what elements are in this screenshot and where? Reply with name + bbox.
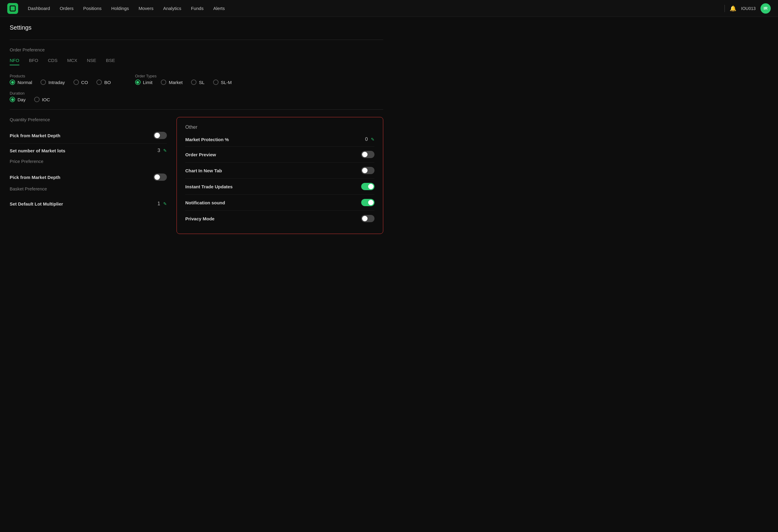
radio-ioc-label: IOC [42, 97, 50, 102]
quantity-preference-heading: Quantity Preference [10, 117, 167, 122]
notification-sound-toggle[interactable] [361, 199, 375, 206]
radio-market-label: Market [169, 80, 182, 85]
tab-bse[interactable]: BSE [106, 58, 115, 65]
avatar[interactable]: IR [761, 3, 771, 14]
nav-analytics[interactable]: Analytics [163, 6, 181, 11]
notification-bell-icon[interactable]: 🔔 [730, 5, 736, 12]
set-market-lots-value: 3 [157, 148, 160, 153]
radio-slm-label: SL-M [221, 80, 232, 85]
preferences-two-col: Quantity Preference Pick from Market Dep… [10, 117, 383, 234]
pick-from-market-depth-price-right [154, 173, 167, 181]
chart-in-new-tab-right [361, 167, 375, 174]
nav-alerts[interactable]: Alerts [213, 6, 225, 11]
order-preview-toggle[interactable] [361, 151, 375, 158]
order-preference-section: Order Preference NFO BFO CDS MCX NSE BSE… [10, 47, 383, 102]
tab-nse[interactable]: NSE [87, 58, 96, 65]
privacy-mode-toggle[interactable] [361, 215, 375, 222]
radio-day-circle [10, 97, 15, 102]
notification-sound-item: Notification sound [185, 195, 375, 211]
order-types-label: Order Types [135, 74, 232, 78]
duration-section: Duration Day IOC [10, 91, 383, 102]
logo-icon [10, 5, 16, 11]
left-preferences: Quantity Preference Pick from Market Dep… [10, 117, 167, 211]
products-label: Products [10, 74, 111, 78]
nav-menu: Dashboard Orders Positions Holdings Move… [28, 6, 724, 11]
radio-limit-circle [135, 79, 141, 85]
order-types-radio-group: Limit Market SL SL-M [135, 79, 232, 85]
pick-from-market-depth-qty-item: Pick from Market Depth [10, 128, 167, 144]
quantity-preference-section: Quantity Preference Pick from Market Dep… [10, 117, 167, 157]
pick-from-market-depth-qty-right [154, 132, 167, 139]
radio-day[interactable]: Day [10, 97, 26, 102]
duration-label: Duration [10, 91, 383, 95]
instant-trade-updates-toggle[interactable] [361, 183, 375, 190]
radio-bo-circle [96, 79, 102, 85]
other-heading: Other [185, 125, 375, 130]
radio-co-label: CO [81, 80, 88, 85]
nav-holdings[interactable]: Holdings [111, 6, 129, 11]
radio-limit-label: Limit [143, 80, 153, 85]
set-default-lot-multiplier-item: Set Default Lot Multiplier 1 ✎ [10, 197, 167, 211]
market-protection-label: Market Protection % [185, 137, 229, 142]
radio-slm[interactable]: SL-M [213, 79, 232, 85]
price-preference-heading: Price Preference [10, 159, 167, 164]
market-protection-edit-icon[interactable]: ✎ [371, 137, 375, 142]
tab-bfo[interactable]: BFO [29, 58, 38, 65]
exchange-tabs: NFO BFO CDS MCX NSE BSE [10, 58, 383, 65]
privacy-mode-item: Privacy Mode [185, 211, 375, 226]
pick-from-market-depth-qty-label: Pick from Market Depth [10, 133, 61, 138]
radio-sl-circle [191, 79, 197, 85]
set-market-lots-edit-icon[interactable]: ✎ [163, 148, 167, 153]
set-default-lot-multiplier-edit-icon[interactable]: ✎ [163, 201, 167, 206]
page-title: Settings [10, 24, 383, 31]
tab-mcx[interactable]: MCX [67, 58, 77, 65]
radio-bo[interactable]: BO [96, 79, 111, 85]
settings-page: Settings Order Preference NFO BFO CDS MC… [0, 17, 393, 241]
tab-cds[interactable]: CDS [48, 58, 58, 65]
radio-intraday[interactable]: Intraday [41, 79, 65, 85]
chart-in-new-tab-toggle[interactable] [361, 167, 375, 174]
notification-sound-right [361, 199, 375, 206]
basket-preference-heading: Basket Preference [10, 186, 167, 191]
set-market-lots-item: Set number of Market lots 3 ✎ [10, 144, 167, 157]
radio-ioc[interactable]: IOC [34, 97, 50, 102]
privacy-mode-right [361, 215, 375, 222]
radio-co[interactable]: CO [73, 79, 88, 85]
nav-positions[interactable]: Positions [83, 6, 101, 11]
tab-nfo[interactable]: NFO [10, 58, 19, 65]
radio-ioc-circle [34, 97, 40, 102]
nav-movers[interactable]: Movers [139, 6, 153, 11]
set-default-lot-multiplier-label: Set Default Lot Multiplier [10, 201, 63, 207]
other-section: Other Market Protection % 0 ✎ Order Prev… [176, 117, 383, 234]
radio-market-circle [161, 79, 166, 85]
market-protection-item: Market Protection % 0 ✎ [185, 132, 375, 147]
nav-orders[interactable]: Orders [60, 6, 73, 11]
app-logo[interactable] [7, 3, 18, 14]
radio-market[interactable]: Market [161, 79, 182, 85]
set-default-lot-multiplier-right: 1 ✎ [157, 201, 167, 207]
radio-normal-label: Normal [17, 80, 32, 85]
radio-sl[interactable]: SL [191, 79, 204, 85]
pick-from-market-depth-qty-toggle[interactable] [154, 132, 167, 139]
radio-intraday-circle [41, 79, 46, 85]
pick-from-market-depth-price-item: Pick from Market Depth [10, 169, 167, 185]
radio-normal-circle [10, 79, 15, 85]
nav-dashboard[interactable]: Dashboard [28, 6, 50, 11]
instant-trade-updates-item: Instant Trade Updates [185, 179, 375, 195]
privacy-mode-label: Privacy Mode [185, 216, 215, 221]
radio-normal[interactable]: Normal [10, 79, 32, 85]
radio-limit[interactable]: Limit [135, 79, 153, 85]
radio-day-label: Day [17, 97, 26, 102]
account-id: IOU013 [741, 6, 756, 11]
set-market-lots-label: Set number of Market lots [10, 148, 65, 153]
products-radio-group: Normal Intraday CO BO [10, 79, 111, 85]
radio-sl-label: SL [199, 80, 204, 85]
order-preference-heading: Order Preference [10, 47, 383, 52]
order-preview-label: Order Preview [185, 152, 216, 157]
navbar: Dashboard Orders Positions Holdings Move… [0, 0, 778, 17]
notification-sound-label: Notification sound [185, 200, 225, 205]
set-market-lots-right: 3 ✎ [157, 148, 167, 153]
nav-funds[interactable]: Funds [191, 6, 204, 11]
products-section: Products Normal Intraday CO [10, 74, 111, 85]
pick-from-market-depth-price-toggle[interactable] [154, 173, 167, 181]
